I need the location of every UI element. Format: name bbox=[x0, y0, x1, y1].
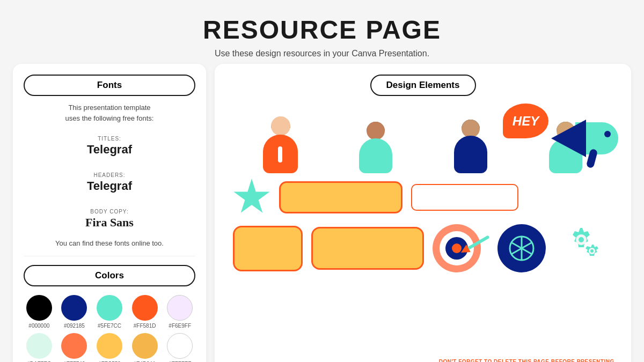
bottom-shapes-row bbox=[228, 221, 618, 275]
hey-bubble: HEY bbox=[503, 104, 548, 138]
body-category: BODY COPY: bbox=[90, 209, 129, 215]
color-swatch-7: #FFC550 bbox=[94, 333, 125, 362]
color-circle-7 bbox=[97, 333, 122, 359]
titles-category: TITLES: bbox=[98, 136, 121, 142]
fonts-desc-line1: This presentation template bbox=[68, 104, 150, 112]
font-body-entry: BODY COPY: Fira Sans bbox=[24, 206, 195, 230]
color-swatch-2: #5FE7CC bbox=[94, 295, 125, 329]
lamp-circle bbox=[497, 224, 546, 272]
font-titles-entry: TITLES: Telegraf bbox=[24, 133, 195, 157]
fonts-description: This presentation template uses the foll… bbox=[24, 102, 195, 123]
color-hex-1: #092185 bbox=[64, 323, 85, 329]
svg-point-7 bbox=[590, 249, 594, 253]
color-swatch-5: #DAF7EC bbox=[24, 333, 55, 362]
design-elements-content: HEY bbox=[228, 104, 618, 351]
divider bbox=[24, 256, 195, 256]
person-2 bbox=[357, 112, 394, 173]
fonts-label: Fonts bbox=[24, 75, 195, 96]
color-circle-9 bbox=[167, 333, 193, 359]
color-circle-8 bbox=[132, 333, 158, 359]
body-font-name: Fira Sans bbox=[24, 216, 195, 230]
yellow-wide-rect-2 bbox=[311, 227, 424, 270]
color-circle-2 bbox=[97, 295, 122, 321]
color-circle-0 bbox=[26, 295, 52, 321]
page-subtitle: Use these design resources in your Canva… bbox=[203, 49, 441, 58]
fonts-find-note: You can find these fonts online too. bbox=[24, 239, 195, 247]
design-elements-label: Design Elements bbox=[370, 75, 476, 96]
fonts-desc-line2: uses the following free fonts: bbox=[65, 114, 154, 122]
starburst-shape bbox=[233, 179, 270, 216]
color-swatch-6: #FF7746 bbox=[59, 333, 90, 362]
headers-category: HEADERS: bbox=[93, 172, 125, 178]
right-panel: Design Elements bbox=[215, 64, 631, 362]
color-hex-2: #5FE7CC bbox=[98, 323, 121, 329]
color-swatch-3: #FF581D bbox=[129, 295, 160, 329]
headers-font-name: Telegraf bbox=[24, 179, 195, 193]
color-circle-1 bbox=[61, 295, 87, 321]
page-title: RESOURCE PAGE bbox=[203, 15, 441, 45]
color-swatch-4: #F6E9FF bbox=[164, 295, 195, 329]
target-group bbox=[433, 224, 489, 272]
footer-note: DON'T FORGET TO DELETE THIS PAGE BEFORE … bbox=[228, 359, 618, 362]
characters-row: HEY bbox=[228, 104, 618, 173]
main-content: Fonts This presentation template uses th… bbox=[0, 64, 644, 362]
titles-font-name: Telegraf bbox=[24, 143, 195, 157]
hey-text: HEY bbox=[513, 114, 539, 129]
page-header: RESOURCE PAGE Use these design resources… bbox=[203, 0, 441, 64]
color-hex-4: #F6E9FF bbox=[169, 323, 191, 329]
svg-point-5 bbox=[579, 237, 584, 242]
yellow-tall-rect bbox=[233, 226, 303, 271]
shapes-row bbox=[228, 173, 618, 221]
yellow-wide-rect bbox=[279, 181, 402, 213]
color-circle-4 bbox=[167, 295, 193, 321]
left-panel: Fonts This presentation template uses th… bbox=[13, 64, 206, 362]
color-swatch-9: #FFFFFF bbox=[164, 333, 195, 362]
color-circle-5 bbox=[26, 333, 52, 359]
outline-rect bbox=[411, 184, 518, 211]
gears-group bbox=[554, 224, 603, 272]
color-hex-0: #000000 bbox=[28, 323, 49, 329]
colors-label: Colors bbox=[24, 265, 195, 286]
color-circle-6 bbox=[61, 333, 87, 359]
color-circle-3 bbox=[132, 295, 158, 321]
megaphone bbox=[554, 106, 618, 168]
person-1 bbox=[262, 109, 299, 173]
colors-grid: #000000#092185#5FE7CC#FF581D#F6E9FF#DAF7… bbox=[24, 295, 195, 362]
color-swatch-8: #F4B64A bbox=[129, 333, 160, 362]
color-swatch-0: #000000 bbox=[24, 295, 55, 329]
color-swatch-1: #092185 bbox=[59, 295, 90, 329]
person-3 bbox=[452, 109, 489, 173]
color-hex-3: #FF581D bbox=[134, 323, 156, 329]
font-headers-entry: HEADERS: Telegraf bbox=[24, 169, 195, 193]
